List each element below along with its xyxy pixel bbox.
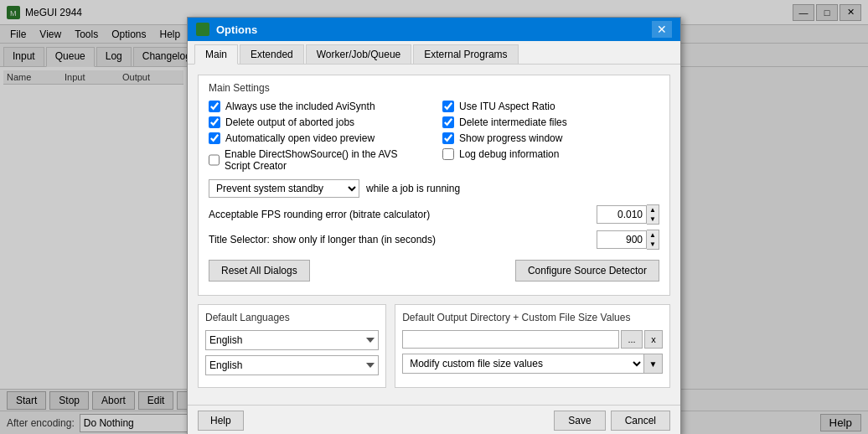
cb-delete-intermediate-row: Delete intermediate files bbox=[442, 116, 659, 128]
cb-itu[interactable] bbox=[442, 101, 454, 112]
main-settings-box: Main Settings Always use the included Av… bbox=[198, 75, 670, 296]
fps-row: Acceptable FPS rounding error (bitrate c… bbox=[209, 204, 659, 225]
lang2-select[interactable]: English bbox=[205, 355, 379, 375]
cb-progress-row: Show progress window bbox=[442, 132, 659, 144]
title-selector-row: Title Selector: show only if longer than… bbox=[209, 230, 659, 250]
settings-buttons-row: Reset All Dialogs Configure Source Detec… bbox=[209, 256, 659, 285]
checkboxes-right: Use ITU Aspect Ratio Delete intermediate… bbox=[442, 101, 659, 176]
standby-suffix: while a job is running bbox=[366, 183, 460, 194]
cb-debug-label: Log debug information bbox=[459, 148, 559, 160]
lower-section: Default Languages English English Defaul… bbox=[198, 304, 670, 388]
dialog-content: Main Settings Always use the included Av… bbox=[188, 65, 680, 405]
dialog-footer: Help Save Cancel bbox=[188, 405, 680, 434]
output-box: Default Output Directory + Custom File S… bbox=[395, 304, 670, 388]
cb-delete-output-row: Delete output of aborted jobs bbox=[209, 116, 426, 128]
fps-input-container: ▲ ▼ bbox=[597, 204, 659, 225]
cb-directshow-row: Enable DirectShowSource() in the AVS Scr… bbox=[209, 148, 426, 172]
fps-label: Acceptable FPS rounding error (bitrate c… bbox=[209, 209, 597, 220]
clear-button[interactable]: x bbox=[644, 330, 663, 349]
title-spinners: ▲ ▼ bbox=[647, 230, 659, 250]
dialog-tab-external[interactable]: External Programs bbox=[413, 44, 518, 64]
main-window: M MeGUI 2944 — □ ✕ File View Tools Optio… bbox=[0, 0, 868, 434]
cb-auto-preview-label: Automatically open video preview bbox=[225, 132, 375, 144]
options-dialog: Options ✕ Main Extended Worker/Job/Queue… bbox=[187, 17, 681, 434]
cb-progress-label: Show progress window bbox=[459, 132, 562, 144]
filesize-row: Modify custom file size values ▼ bbox=[402, 354, 663, 374]
cb-progress[interactable] bbox=[442, 132, 454, 144]
checkboxes-columns: Always use the included AviSynth Delete … bbox=[209, 101, 659, 176]
fps-spin-up[interactable]: ▲ bbox=[647, 205, 659, 214]
output-path-input[interactable] bbox=[402, 330, 619, 349]
cb-directshow-label: Enable DirectShowSource() in the AVS Scr… bbox=[225, 148, 426, 172]
reset-dialogs-button[interactable]: Reset All Dialogs bbox=[209, 260, 310, 282]
cb-debug-row: Log debug information bbox=[442, 148, 659, 160]
cb-delete-intermediate-label: Delete intermediate files bbox=[459, 116, 567, 128]
filesize-select[interactable]: Modify custom file size values bbox=[402, 354, 644, 374]
cb-avisynth[interactable] bbox=[209, 101, 220, 112]
cb-avisynth-label: Always use the included AviSynth bbox=[225, 101, 375, 112]
configure-source-button[interactable]: Configure Source Detector bbox=[515, 260, 659, 282]
checkboxes-left: Always use the included AviSynth Delete … bbox=[209, 101, 426, 176]
dialog-tab-extended[interactable]: Extended bbox=[240, 44, 304, 64]
cb-debug[interactable] bbox=[442, 148, 454, 160]
standby-row: Prevent system standby while a job is ru… bbox=[209, 179, 659, 198]
lang1-select[interactable]: English bbox=[205, 330, 379, 350]
dialog-help-button[interactable]: Help bbox=[198, 411, 244, 431]
cb-directshow[interactable] bbox=[209, 154, 220, 166]
cb-itu-label: Use ITU Aspect Ratio bbox=[459, 101, 555, 112]
dialog-title-bar: Options ✕ bbox=[188, 18, 680, 41]
dialog-icon bbox=[196, 23, 209, 36]
dialog-tab-main[interactable]: Main bbox=[194, 44, 238, 65]
title-spin-up[interactable]: ▲ bbox=[647, 230, 659, 240]
cb-delete-intermediate[interactable] bbox=[442, 116, 454, 128]
cb-delete-output-label: Delete output of aborted jobs bbox=[225, 116, 354, 128]
fps-spinners: ▲ ▼ bbox=[647, 204, 659, 225]
output-dir-title: Default Output Directory + Custom File S… bbox=[402, 312, 663, 323]
cb-auto-preview[interactable] bbox=[209, 132, 220, 144]
dialog-footer-buttons: Save Cancel bbox=[554, 411, 670, 431]
browse-button[interactable]: ... bbox=[621, 330, 643, 349]
languages-box: Default Languages English English bbox=[198, 304, 386, 388]
cb-avisynth-row: Always use the included AviSynth bbox=[209, 101, 426, 112]
modal-overlay: Options ✕ Main Extended Worker/Job/Queue… bbox=[0, 0, 868, 434]
fps-spin-down[interactable]: ▼ bbox=[647, 214, 659, 224]
dialog-tab-worker[interactable]: Worker/Job/Queue bbox=[306, 44, 412, 64]
languages-title: Default Languages bbox=[205, 312, 379, 323]
standby-dropdown[interactable]: Prevent system standby bbox=[209, 179, 359, 198]
cancel-button[interactable]: Cancel bbox=[611, 411, 670, 431]
title-input[interactable] bbox=[597, 230, 647, 249]
dialog-tabs: Main Extended Worker/Job/Queue External … bbox=[188, 41, 680, 65]
save-button[interactable]: Save bbox=[554, 411, 605, 431]
cb-delete-output[interactable] bbox=[209, 116, 220, 128]
output-path-row: ... x bbox=[402, 330, 663, 349]
dialog-title: Options bbox=[216, 23, 652, 36]
filesize-dropdown-button[interactable]: ▼ bbox=[644, 354, 663, 374]
title-selector-label: Title Selector: show only if longer than… bbox=[209, 234, 597, 245]
cb-auto-preview-row: Automatically open video preview bbox=[209, 132, 426, 144]
title-input-container: ▲ ▼ bbox=[597, 230, 659, 250]
cb-itu-row: Use ITU Aspect Ratio bbox=[442, 101, 659, 112]
title-spin-down[interactable]: ▼ bbox=[647, 240, 659, 249]
main-settings-label: Main Settings bbox=[209, 82, 659, 94]
dialog-close-button[interactable]: ✕ bbox=[652, 21, 672, 38]
fps-input[interactable] bbox=[597, 205, 647, 224]
